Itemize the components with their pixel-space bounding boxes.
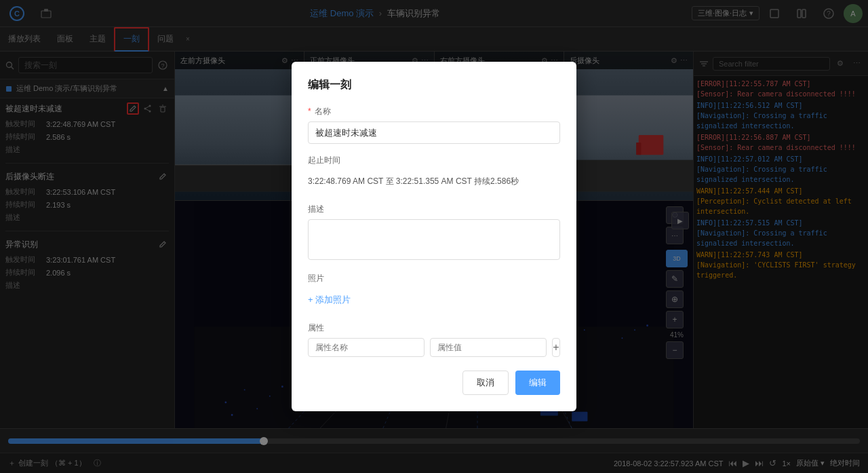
attr-name-input[interactable]: [308, 338, 425, 357]
modal-name-field: * 名称: [308, 106, 560, 144]
modal-title: 编辑一刻: [308, 78, 560, 92]
attr-value-input[interactable]: [430, 338, 547, 357]
modal-time-value: 3:22:48.769 AM CST 至 3:22:51.355 AM CST …: [308, 170, 560, 193]
modal-footer: 取消 编辑: [308, 371, 560, 395]
modal-attrs-field: 属性 +: [308, 322, 560, 357]
modal-time-field: 起止时间 3:22:48.769 AM CST 至 3:22:51.355 AM…: [308, 155, 560, 193]
modal-attrs-label: 属性: [308, 322, 560, 334]
modal-name-label: * 名称: [308, 106, 560, 117]
add-attr-button[interactable]: +: [552, 338, 560, 357]
modal-overlay: 编辑一刻 * 名称 起止时间 3:22:48.769 AM CST 至 3:22…: [0, 0, 868, 473]
modal-name-required: *: [308, 107, 311, 116]
modal-photo-field: 照片 + 添加照片: [308, 273, 560, 311]
modal-desc-input[interactable]: [308, 219, 560, 260]
modal-desc-field: 描述: [308, 204, 560, 262]
add-photo-button[interactable]: + 添加照片: [308, 288, 560, 311]
modal-name-input[interactable]: [308, 121, 560, 144]
modal-time-label: 起止时间: [308, 155, 560, 166]
modal-photo-label: 照片: [308, 273, 560, 284]
cancel-button[interactable]: 取消: [462, 371, 509, 395]
submit-button[interactable]: 编辑: [515, 371, 560, 395]
edit-moment-modal: 编辑一刻 * 名称 起止时间 3:22:48.769 AM CST 至 3:22…: [292, 62, 576, 411]
modal-desc-label: 描述: [308, 204, 560, 215]
modal-attrs-row: +: [308, 338, 560, 357]
